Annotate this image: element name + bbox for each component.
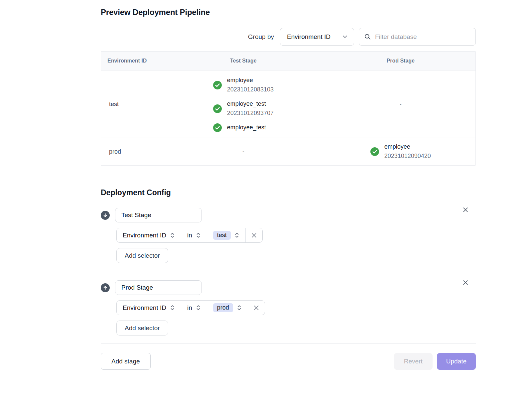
chevron-down-icon bbox=[342, 34, 348, 40]
group-by-select[interactable]: Environment ID bbox=[280, 28, 354, 46]
environment-name: prod bbox=[101, 148, 161, 155]
close-icon bbox=[463, 207, 468, 213]
schema-version: 20231012090420 bbox=[384, 152, 431, 161]
toolbar: Group by Environment ID bbox=[101, 28, 476, 46]
selector-value-pill: test bbox=[213, 231, 231, 240]
arrow-up-icon bbox=[103, 285, 108, 290]
close-icon bbox=[251, 232, 257, 238]
empty-stage-dash: - bbox=[400, 101, 402, 108]
test-stage-cell: - bbox=[161, 148, 326, 155]
task-item: employee_test bbox=[213, 123, 266, 132]
stage-config-prod: Environment ID in prod bbox=[101, 271, 476, 335]
up-down-chevrons-icon bbox=[234, 232, 239, 238]
test-stage-cell: employee 20231012083103 employee_test 20… bbox=[161, 76, 326, 132]
task-list: employee 20231012090420 bbox=[370, 142, 431, 161]
task-item: employee 20231012090420 bbox=[370, 142, 431, 161]
stage-title-input[interactable] bbox=[115, 208, 202, 222]
close-icon bbox=[253, 305, 259, 311]
prod-stage-cell: - bbox=[326, 101, 475, 108]
check-circle-icon bbox=[213, 123, 222, 132]
selector-value-dropdown[interactable]: prod bbox=[207, 301, 248, 315]
selector-operator-value: in bbox=[187, 304, 192, 312]
remove-selector-button[interactable] bbox=[248, 301, 265, 315]
remove-selector-button[interactable] bbox=[245, 228, 262, 242]
add-selector-button[interactable]: Add selector bbox=[116, 248, 168, 263]
table-row: test employee 20231012083103 bbox=[101, 70, 475, 138]
label-selector: Environment ID in prod bbox=[116, 300, 265, 315]
search-icon bbox=[364, 33, 371, 40]
empty-stage-dash: - bbox=[242, 148, 244, 155]
footer-actions: Add stage Revert Update bbox=[101, 353, 476, 370]
arrow-down-icon bbox=[103, 213, 108, 218]
up-down-chevrons-icon bbox=[170, 305, 175, 311]
remove-stage-button[interactable] bbox=[462, 279, 469, 286]
revert-button[interactable]: Revert bbox=[394, 353, 433, 370]
column-header-environment-id: Environment ID bbox=[101, 58, 161, 64]
database-name: employee bbox=[227, 76, 274, 85]
add-selector-button[interactable]: Add selector bbox=[116, 321, 168, 335]
selector-operator-value: in bbox=[187, 232, 192, 239]
update-button[interactable]: Update bbox=[437, 353, 476, 370]
remove-stage-button[interactable] bbox=[462, 206, 469, 213]
task-item: employee 20231012083103 bbox=[213, 76, 274, 94]
page-title: Preview Deployment Pipeline bbox=[101, 8, 476, 17]
column-header-prod-stage: Prod Stage bbox=[326, 58, 475, 64]
main-panel: Preview Deployment Pipeline Group by Env… bbox=[101, 8, 476, 389]
move-stage-up-button[interactable] bbox=[101, 283, 110, 292]
search-input[interactable] bbox=[375, 33, 470, 41]
selector-value-pill: prod bbox=[213, 303, 233, 312]
selector-key-dropdown[interactable]: Environment ID bbox=[117, 228, 181, 242]
bottom-divider bbox=[101, 389, 476, 389]
move-stage-down-button[interactable] bbox=[101, 211, 110, 220]
pipeline-table: Environment ID Test Stage Prod Stage tes… bbox=[101, 51, 476, 166]
environment-name: test bbox=[101, 101, 161, 108]
stage-config-test: Environment ID in test bbox=[101, 197, 476, 263]
up-down-chevrons-icon bbox=[237, 305, 242, 311]
selector-value-dropdown[interactable]: test bbox=[207, 228, 245, 242]
up-down-chevrons-icon bbox=[170, 232, 175, 238]
selector-operator-dropdown[interactable]: in bbox=[181, 301, 207, 315]
up-down-chevrons-icon bbox=[196, 232, 201, 238]
check-circle-icon bbox=[213, 81, 222, 89]
up-down-chevrons-icon bbox=[196, 305, 201, 311]
close-icon bbox=[463, 280, 468, 286]
deployment-config-title: Deployment Config bbox=[101, 188, 476, 197]
footer-divider bbox=[101, 343, 476, 344]
prod-stage-cell: employee 20231012090420 bbox=[326, 142, 475, 161]
selector-operator-dropdown[interactable]: in bbox=[181, 228, 207, 242]
group-by-selected-value: Environment ID bbox=[287, 33, 331, 41]
schema-version: 20231012093707 bbox=[227, 109, 274, 118]
database-name: employee_test bbox=[227, 123, 266, 132]
stage-title-input[interactable] bbox=[115, 280, 202, 295]
selector-key-value: Environment ID bbox=[123, 304, 166, 312]
database-name: employee bbox=[384, 142, 431, 152]
check-circle-icon bbox=[370, 147, 379, 156]
task-item: employee_test 20231012093707 bbox=[213, 99, 274, 118]
filter-database-field bbox=[359, 28, 476, 46]
pipeline-table-header: Environment ID Test Stage Prod Stage bbox=[101, 52, 475, 70]
label-selector: Environment ID in test bbox=[116, 228, 263, 243]
add-stage-button[interactable]: Add stage bbox=[101, 353, 151, 370]
check-circle-icon bbox=[213, 104, 222, 113]
task-list: employee 20231012083103 employee_test 20… bbox=[213, 76, 274, 132]
selector-key-value: Environment ID bbox=[123, 232, 166, 239]
stage-head bbox=[101, 271, 476, 295]
stage-head bbox=[101, 197, 476, 222]
selector-key-dropdown[interactable]: Environment ID bbox=[117, 301, 181, 315]
database-name: employee_test bbox=[227, 99, 274, 109]
column-header-test-stage: Test Stage bbox=[161, 58, 326, 64]
group-by-label: Group by bbox=[248, 33, 274, 41]
table-row: prod - employee 20231012090420 bbox=[101, 138, 475, 165]
schema-version: 20231012083103 bbox=[227, 85, 274, 94]
